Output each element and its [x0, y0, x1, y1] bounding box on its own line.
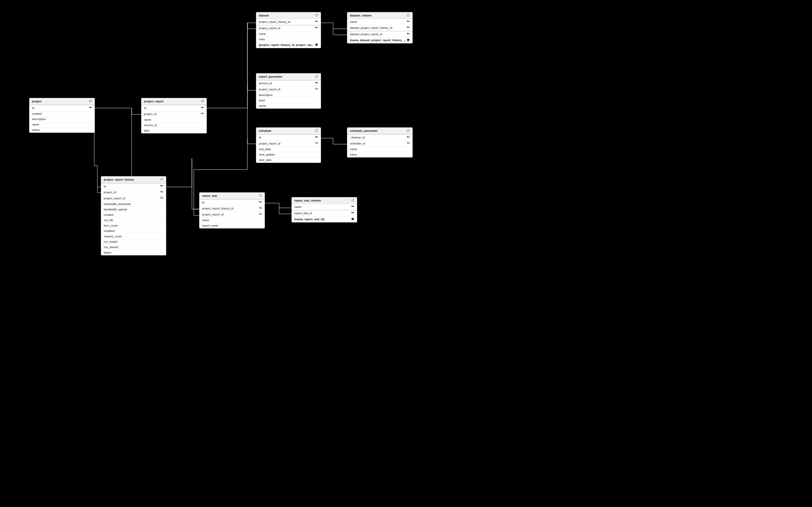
table-dataset[interactable]: datasetproject_report_history_idproject_…: [256, 12, 321, 48]
table-header[interactable]: report_parameter: [256, 73, 321, 80]
column-row[interactable]: (name, dataset_project_report_history_…i: [347, 38, 412, 43]
column-row[interactable]: bandwidth_download: [101, 202, 166, 207]
table-header[interactable]: schedule_parameter: [347, 128, 412, 134]
open-icon[interactable]: [407, 14, 410, 17]
table-header[interactable]: schedule: [256, 128, 321, 134]
column-row[interactable]: _fivetran_id: [347, 134, 412, 141]
column-name: item_count: [104, 224, 118, 227]
column-row[interactable]: run_ended: [101, 239, 166, 245]
column-row[interactable]: name: [292, 204, 357, 210]
column-row[interactable]: next_update: [256, 152, 321, 158]
column-row[interactable]: service_id: [256, 80, 321, 87]
table-header[interactable]: dataset: [256, 12, 321, 19]
table-header[interactable]: project_report_history: [101, 176, 166, 183]
column-name: report_name: [202, 224, 218, 227]
column-row[interactable]: name: [142, 117, 206, 123]
open-icon[interactable]: [201, 100, 204, 103]
open-icon[interactable]: [259, 194, 262, 198]
column-row[interactable]: project_report_history_id: [256, 19, 321, 25]
column-name: service_id: [259, 82, 272, 85]
open-icon[interactable]: [160, 178, 163, 181]
column-row[interactable]: id: [30, 105, 95, 111]
column-row[interactable]: report_name: [200, 223, 264, 228]
table-report_parameter[interactable]: report_parameterservice_idproject_report…: [256, 73, 321, 109]
column-row[interactable]: bandwidth_upload: [101, 207, 166, 212]
column-row[interactable]: dataset_project_report_history_id: [347, 25, 412, 31]
table-project[interactable]: projectidcreateddescriptionnamestatus: [29, 98, 95, 133]
table-report_stat_column[interactable]: report_stat_columnnamereport_stat_id(nam…: [292, 197, 357, 222]
column-row[interactable]: (project_report_history_id, project_rep……: [256, 42, 321, 48]
column-row[interactable]: project_id: [142, 111, 206, 117]
svg-point-19: [407, 136, 408, 137]
column-row[interactable]: id: [200, 199, 264, 206]
column-row[interactable]: project_report_id: [256, 87, 321, 93]
column-row[interactable]: project_id: [101, 189, 166, 195]
open-icon[interactable]: [89, 100, 92, 103]
svg-point-11: [407, 27, 408, 27]
column-row[interactable]: start_date: [256, 158, 321, 163]
column-row[interactable]: status: [101, 250, 166, 255]
column-row[interactable]: type: [142, 128, 206, 133]
table-header[interactable]: project_report: [142, 98, 206, 105]
column-row[interactable]: project_report_id: [101, 195, 166, 202]
column-row[interactable]: name: [200, 218, 264, 223]
svg-text:i: i: [408, 39, 408, 41]
table-project_report[interactable]: project_reportidproject_idnameservice_id…: [141, 98, 207, 133]
column-row[interactable]: service_id: [142, 123, 206, 128]
column-row[interactable]: item_count: [101, 223, 166, 228]
column-name: schedule_id: [350, 142, 365, 145]
column-row[interactable]: end_date: [256, 147, 321, 152]
column-row[interactable]: name: [256, 103, 321, 108]
table-dataset_column[interactable]: dataset_columnnamedataset_project_report…: [347, 12, 413, 43]
column-row[interactable]: created: [30, 111, 95, 117]
table-header[interactable]: dataset_column: [347, 12, 412, 19]
svg-point-20: [407, 143, 408, 143]
column-row[interactable]: csv_file: [101, 218, 166, 223]
column-row[interactable]: (name, report_stat_id)i: [292, 216, 357, 222]
column-row[interactable]: label: [256, 98, 321, 103]
open-icon[interactable]: [315, 14, 318, 17]
table-schedule_parameter[interactable]: schedule_parameter_fivetran_idschedule_i…: [347, 127, 413, 158]
connector: [264, 203, 292, 214]
column-row[interactable]: id: [142, 105, 206, 111]
column-row[interactable]: project_report_id: [200, 212, 264, 218]
column-row[interactable]: name: [347, 19, 412, 25]
column-row[interactable]: value: [347, 152, 412, 157]
open-icon[interactable]: [351, 199, 354, 203]
column-row[interactable]: request_count: [101, 234, 166, 239]
column-row[interactable]: project_report_history_id: [200, 206, 264, 212]
column-name: id: [144, 107, 146, 110]
open-icon[interactable]: [315, 75, 318, 78]
open-icon[interactable]: [407, 129, 410, 133]
column-row[interactable]: id: [101, 183, 166, 189]
table-schedule[interactable]: scheduleidproject_report_idend_datenext_…: [256, 127, 321, 163]
column-name: label: [259, 99, 265, 102]
column-row[interactable]: schedule_id: [347, 141, 412, 147]
column-row[interactable]: created: [101, 212, 166, 218]
table-header[interactable]: project: [30, 98, 95, 105]
table-header[interactable]: report_stat_column: [292, 198, 357, 204]
open-icon[interactable]: [315, 129, 318, 133]
table-report_stat[interactable]: report_statidproject_report_history_idpr…: [199, 192, 265, 228]
column-row[interactable]: modified: [101, 228, 166, 234]
column-row[interactable]: report_stat_id: [292, 210, 357, 216]
column-name: name: [350, 148, 357, 151]
column-row[interactable]: name: [30, 122, 95, 127]
column-row[interactable]: run_started: [101, 245, 166, 250]
column-row[interactable]: project_report_id: [256, 25, 321, 32]
column-name: name: [259, 32, 266, 36]
column-name: service_id: [144, 124, 157, 127]
column-name: dataset_project_report_id: [350, 33, 382, 36]
column-row[interactable]: project_report_id: [256, 141, 321, 147]
table-header[interactable]: report_stat: [200, 193, 264, 199]
column-row[interactable]: rows: [256, 37, 321, 42]
column-row[interactable]: name: [256, 32, 321, 37]
column-row[interactable]: dataset_project_report_id: [347, 31, 412, 38]
column-row[interactable]: name: [347, 147, 412, 152]
column-row[interactable]: id: [256, 134, 321, 141]
column-row[interactable]: status: [30, 127, 95, 132]
table-project_report_history[interactable]: project_report_historyidproject_idprojec…: [101, 176, 166, 256]
column-name: id: [32, 107, 34, 110]
column-row[interactable]: description: [256, 93, 321, 98]
column-row[interactable]: description: [30, 117, 95, 122]
